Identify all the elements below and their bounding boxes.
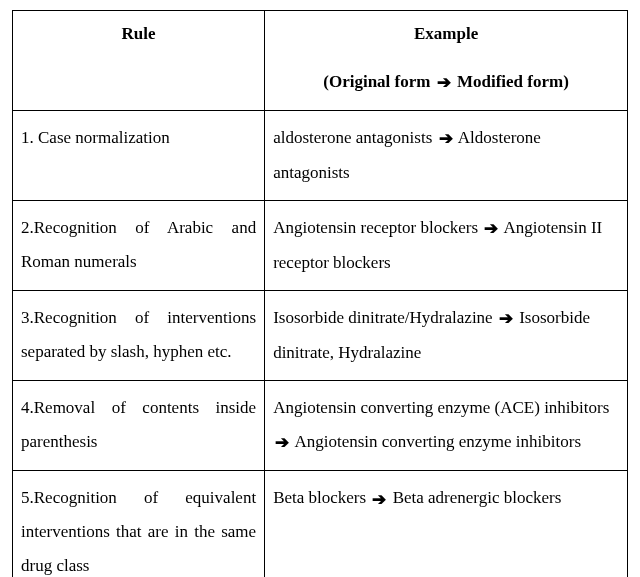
rule-text: 2.Recognition of Arabic and Roman numera… bbox=[21, 218, 256, 271]
example-before: Isosorbide dinitrate/Hydralazine bbox=[273, 308, 497, 327]
header-rule-text: Rule bbox=[122, 24, 156, 43]
header-example: Example (Original form ➔ Modified form) bbox=[265, 11, 628, 111]
example-before: Angiotensin receptor blockers bbox=[273, 218, 482, 237]
example-before: Angiotensin converting enzyme (ACE) inhi… bbox=[273, 398, 609, 417]
example-after: Angiotensin converting enzyme inhibitors bbox=[291, 432, 581, 451]
arrow-icon: ➔ bbox=[439, 122, 453, 156]
rule-text: 3.Recognition of interventions separated… bbox=[21, 308, 256, 361]
table-row: 3.Recognition of interventions separated… bbox=[13, 291, 628, 381]
rule-cell: 2.Recognition of Arabic and Roman numera… bbox=[13, 201, 265, 291]
header-example-sub-suffix: Modified form) bbox=[453, 72, 569, 91]
example-cell: Angiotensin converting enzyme (ACE) inhi… bbox=[265, 381, 628, 471]
header-rule: Rule bbox=[13, 11, 265, 111]
rule-text: 5.Recognition of equivalent intervention… bbox=[21, 488, 256, 575]
rule-cell: 1. Case normalization bbox=[13, 111, 265, 201]
example-after: Beta adrenergic blockers bbox=[388, 488, 561, 507]
table-row: 4.Removal of contents inside parenthesis… bbox=[13, 381, 628, 471]
table-row: 1. Case normalization aldosterone antago… bbox=[13, 111, 628, 201]
example-cell: aldosterone antagonists ➔ Aldosterone an… bbox=[265, 111, 628, 201]
arrow-icon: ➔ bbox=[275, 426, 289, 460]
rules-table: Rule Example (Original form ➔ Modified f… bbox=[12, 10, 628, 577]
arrow-icon: ➔ bbox=[372, 483, 386, 517]
example-cell: Beta blockers ➔ Beta adrenergic blockers bbox=[265, 471, 628, 577]
rule-cell: 5.Recognition of equivalent intervention… bbox=[13, 471, 265, 577]
rule-text: 1. Case normalization bbox=[21, 128, 170, 147]
rule-cell: 3.Recognition of interventions separated… bbox=[13, 291, 265, 381]
rule-text: 4.Removal of contents inside parenthesis bbox=[21, 398, 256, 451]
example-before: Beta blockers bbox=[273, 488, 370, 507]
header-example-text: Example bbox=[414, 24, 478, 43]
table-header-row: Rule Example (Original form ➔ Modified f… bbox=[13, 11, 628, 111]
example-cell: Isosorbide dinitrate/Hydralazine ➔ Isoso… bbox=[265, 291, 628, 381]
arrow-icon: ➔ bbox=[484, 212, 498, 246]
rule-cell: 4.Removal of contents inside parenthesis bbox=[13, 381, 265, 471]
example-before: aldosterone antagonists bbox=[273, 128, 436, 147]
table-row: 2.Recognition of Arabic and Roman numera… bbox=[13, 201, 628, 291]
arrow-icon: ➔ bbox=[437, 66, 451, 100]
table-row: 5.Recognition of equivalent intervention… bbox=[13, 471, 628, 577]
header-example-sub: (Original form ➔ Modified form) bbox=[273, 65, 619, 100]
table-body: 1. Case normalization aldosterone antago… bbox=[13, 111, 628, 577]
arrow-icon: ➔ bbox=[499, 302, 513, 336]
example-cell: Angiotensin receptor blockers ➔ Angioten… bbox=[265, 201, 628, 291]
header-example-sub-prefix: (Original form bbox=[323, 72, 434, 91]
